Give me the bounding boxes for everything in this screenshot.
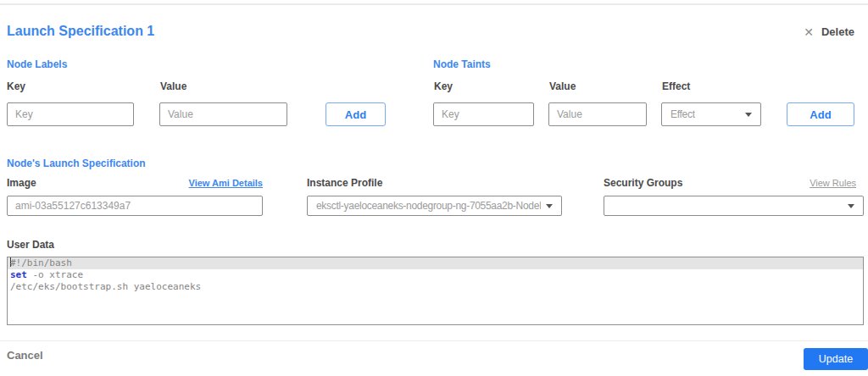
delete-button-label: Delete [821,25,854,38]
node-labels-add-button[interactable]: Add [326,102,386,126]
code-line-3: /etc/eks/bootstrap.sh yaeloceaneks [8,281,863,293]
image-label: Image [7,177,36,189]
node-labels-value-label: Value [160,80,186,92]
code-line-1: #!/bin/bash [8,257,863,269]
node-taints-key-input[interactable] [433,102,534,126]
instance-profile-select[interactable]: eksctl-yaeloceaneks-nodegroup-ng-7055aa2… [307,196,562,216]
node-taints-add-label: Add [810,108,831,121]
node-labels-value-input[interactable] [159,102,287,126]
security-groups-select[interactable] [604,196,864,216]
chevron-down-icon [546,204,553,208]
update-button[interactable]: Update [804,348,868,370]
node-labels-key-label: Key [7,80,25,92]
node-taints-section-title: Node Taints [433,58,491,70]
user-data-label: User Data [7,239,54,251]
node-labels-add-label: Add [345,108,366,121]
node-labels-key-input[interactable] [7,102,134,126]
top-divider [0,3,868,5]
chevron-down-icon [848,204,854,208]
node-taints-key-label: Key [434,80,453,92]
effect-select-placeholder: Effect [670,108,695,120]
cancel-button[interactable]: Cancel [7,349,43,362]
footer-divider [0,340,868,341]
delete-button[interactable]: ✕ Delete [804,25,854,38]
image-input[interactable] [7,196,263,216]
node-labels-section-title: Node Labels [7,58,67,70]
view-rules-link[interactable]: View Rules [810,178,856,188]
launch-spec-section-title: Node's Launch Specification [7,158,146,169]
user-data-code-editor[interactable]: #!/bin/bash set -o xtrace /etc/eks/boots… [7,257,864,325]
view-ami-details-link[interactable]: View Ami Details [189,178,263,188]
instance-profile-label: Instance Profile [307,177,382,189]
page-title: Launch Specification 1 [7,24,154,39]
node-taints-value-label: Value [549,80,576,92]
launch-specification-panel: Launch Specification 1 ✕ Delete Node Lab… [0,0,868,376]
node-taints-add-button[interactable]: Add [787,102,854,126]
close-icon: ✕ [804,26,814,38]
node-taints-effect-select[interactable]: Effect [661,102,761,126]
code-line-2: set -o xtrace [8,269,863,281]
node-taints-effect-label: Effect [662,80,690,92]
instance-profile-value: eksctl-yaeloceaneks-nodegroup-ng-7055aa2… [316,200,541,212]
node-taints-value-input[interactable] [548,102,647,126]
chevron-down-icon [745,113,752,117]
security-groups-label: Security Groups [604,177,682,189]
